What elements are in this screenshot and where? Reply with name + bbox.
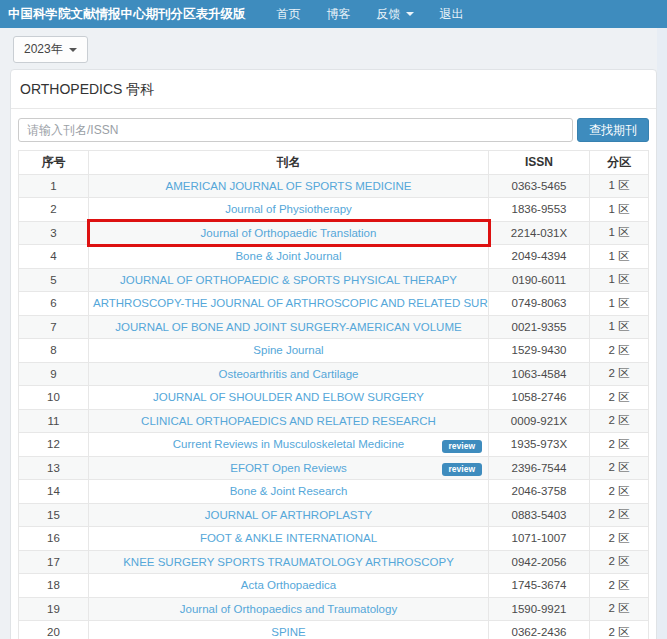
journal-link[interactable]: Bone & Joint Journal [235, 250, 341, 262]
issn-value: 1935-973X [489, 433, 590, 457]
divider [11, 108, 656, 109]
journal-name-cell: SPINE [89, 621, 489, 639]
row-index: 7 [19, 315, 89, 339]
row-index: 5 [19, 268, 89, 292]
journal-name-cell: AMERICAN JOURNAL OF SPORTS MEDICINE [89, 174, 489, 198]
table-row: 2Journal of Physiotherapy1836-95531 区 [19, 198, 649, 222]
journal-search-input[interactable] [18, 118, 573, 142]
journal-name-cell: Current Reviews in Musculoskeletal Medic… [89, 433, 489, 457]
table-row: 11CLINICAL ORTHOPAEDICS AND RELATED RESE… [19, 409, 649, 433]
journal-link[interactable]: Current Reviews in Musculoskeletal Medic… [173, 438, 404, 450]
table-row: 7JOURNAL OF BONE AND JOINT SURGERY-AMERI… [19, 315, 649, 339]
nav-item-blog[interactable]: 博客 [314, 0, 364, 28]
nav-item-blog-label: 博客 [327, 0, 351, 28]
journal-link[interactable]: Spine Journal [253, 344, 323, 356]
journal-name-cell: JOURNAL OF ARTHROPLASTY [89, 503, 489, 527]
row-index: 8 [19, 339, 89, 363]
journal-link[interactable]: JOURNAL OF ARTHROPLASTY [205, 509, 372, 521]
find-journal-button[interactable]: 查找期刊 [577, 118, 649, 142]
journal-name-cell: Spine Journal [89, 339, 489, 363]
chevron-down-icon [406, 12, 414, 16]
zone-value: 2 区 [590, 574, 649, 598]
journal-link[interactable]: Bone & Joint Research [230, 485, 348, 497]
journal-name-cell: FOOT & ANKLE INTERNATIONAL [89, 527, 489, 551]
zone-value: 1 区 [590, 198, 649, 222]
table-row: 13EFORT Open Reviewsreview2396-75442 区 [19, 456, 649, 480]
row-index: 4 [19, 245, 89, 269]
row-index: 6 [19, 292, 89, 316]
zone-value: 2 区 [590, 386, 649, 410]
year-dropdown-label: 2023年 [24, 41, 63, 58]
issn-value: 1529-9430 [489, 339, 590, 363]
row-index: 15 [19, 503, 89, 527]
scrollbar[interactable] [657, 28, 667, 639]
zone-value: 2 区 [590, 503, 649, 527]
issn-value: 1063-4584 [489, 362, 590, 386]
journal-link[interactable]: JOURNAL OF BONE AND JOINT SURGERY-AMERIC… [115, 321, 461, 333]
header-issn: ISSN [489, 151, 590, 175]
journal-name-cell: KNEE SURGERY SPORTS TRAUMATOLOGY ARTHROS… [89, 550, 489, 574]
journal-link[interactable]: EFORT Open Reviews [230, 462, 347, 474]
journal-link[interactable]: JOURNAL OF ORTHOPAEDIC & SPORTS PHYSICAL… [120, 274, 457, 286]
table-row: 1AMERICAN JOURNAL OF SPORTS MEDICINE0363… [19, 174, 649, 198]
zone-value: 2 区 [590, 362, 649, 386]
zone-value: 1 区 [590, 245, 649, 269]
zone-value: 2 区 [590, 480, 649, 504]
journal-name-cell: Journal of Orthopaedics and Traumatology [89, 597, 489, 621]
journal-link[interactable]: JOURNAL OF SHOULDER AND ELBOW SURGERY [153, 391, 424, 403]
header-zone: 分区 [590, 151, 649, 175]
year-selector-strip: 2023年 [0, 28, 667, 69]
journal-link[interactable]: SPINE [271, 626, 306, 638]
journal-name-cell: JOURNAL OF ORTHOPAEDIC & SPORTS PHYSICAL… [89, 268, 489, 292]
issn-value: 0942-2056 [489, 550, 590, 574]
issn-value: 1836-9553 [489, 198, 590, 222]
row-index: 3 [19, 221, 89, 245]
journal-link[interactable]: FOOT & ANKLE INTERNATIONAL [200, 532, 377, 544]
journal-link[interactable]: Journal of Orthopaedics and Traumatology [180, 603, 397, 615]
row-index: 1 [19, 174, 89, 198]
journal-name-cell: Bone & Joint Journal [89, 245, 489, 269]
nav-item-logout-label: 退出 [440, 0, 464, 28]
row-index: 13 [19, 456, 89, 480]
row-index: 9 [19, 362, 89, 386]
journal-link[interactable]: CLINICAL ORTHOPAEDICS AND RELATED RESEAR… [141, 415, 436, 427]
chevron-down-icon [69, 48, 77, 52]
journal-name-cell: CLINICAL ORTHOPAEDICS AND RELATED RESEAR… [89, 409, 489, 433]
zone-value: 1 区 [590, 268, 649, 292]
zone-value: 2 区 [590, 621, 649, 639]
journal-link[interactable]: ARTHROSCOPY-THE JOURNAL OF ARTHROSCOPIC … [93, 297, 489, 309]
nav-item-feedback[interactable]: 反馈 [364, 0, 427, 28]
review-badge: review [442, 463, 482, 476]
header-name: 刊名 [89, 151, 489, 175]
journal-link[interactable]: Acta Orthopaedica [241, 579, 336, 591]
row-index: 11 [19, 409, 89, 433]
review-badge: review [442, 440, 482, 453]
issn-value: 2049-4394 [489, 245, 590, 269]
table-row: 3Journal of Orthopaedic Translation2214-… [19, 221, 649, 245]
journal-link[interactable]: Osteoarthritis and Cartilage [219, 368, 359, 380]
year-dropdown-button[interactable]: 2023年 [13, 36, 88, 63]
journal-link[interactable]: Journal of Physiotherapy [225, 203, 352, 215]
zone-value: 1 区 [590, 221, 649, 245]
search-row: 查找期刊 [18, 118, 649, 142]
issn-value: 2046-3758 [489, 480, 590, 504]
issn-value: 0021-9355 [489, 315, 590, 339]
table-row: 18Acta Orthopaedica1745-36742 区 [19, 574, 649, 598]
journal-link[interactable]: AMERICAN JOURNAL OF SPORTS MEDICINE [165, 180, 411, 192]
journal-name-cell: Bone & Joint Research [89, 480, 489, 504]
nav-item-home-label: 首页 [277, 0, 301, 28]
nav-item-home[interactable]: 首页 [264, 0, 314, 28]
journal-link[interactable]: KNEE SURGERY SPORTS TRAUMATOLOGY ARTHROS… [123, 556, 454, 568]
category-panel: ORTHOPEDICS 骨科 查找期刊 序号 刊名 ISSN 分区 1AMERI… [10, 69, 657, 639]
table-row: 4Bone & Joint Journal2049-43941 区 [19, 245, 649, 269]
table-row: 6ARTHROSCOPY-THE JOURNAL OF ARTHROSCOPIC… [19, 292, 649, 316]
journal-name-cell: Journal of Physiotherapy [89, 198, 489, 222]
table-row: 12Current Reviews in Musculoskeletal Med… [19, 433, 649, 457]
nav-item-feedback-label: 反馈 [377, 0, 401, 28]
table-row: 20SPINE0362-24362 区 [19, 621, 649, 639]
journal-link[interactable]: Journal of Orthopaedic Translation [201, 227, 377, 239]
journal-name-cell: Acta Orthopaedica [89, 574, 489, 598]
row-index: 20 [19, 621, 89, 639]
zone-value: 1 区 [590, 174, 649, 198]
nav-item-logout[interactable]: 退出 [427, 0, 477, 28]
